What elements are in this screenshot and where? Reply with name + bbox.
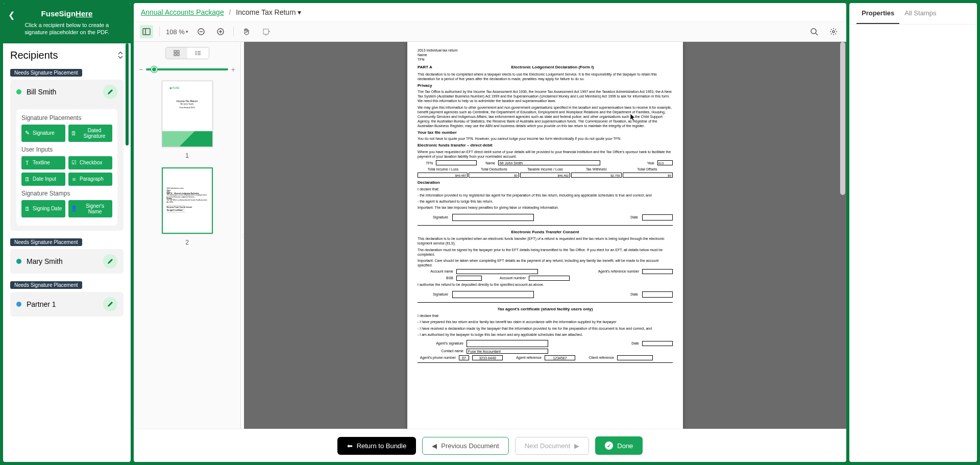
- signature-tool-button[interactable]: ✎Signature: [21, 125, 65, 142]
- brand-name-a: FuseSign: [41, 9, 76, 18]
- date-label: Date: [623, 215, 638, 219]
- needs-placement-badge: Needs Signature Placement: [10, 238, 82, 246]
- search-icon[interactable]: [807, 25, 821, 38]
- svg-rect-15: [174, 54, 176, 56]
- signing-date-label: Signing Date: [33, 206, 62, 211]
- date-stamp-icon: 🗓: [23, 205, 31, 212]
- field-value: 07: [459, 355, 469, 360]
- svg-point-12: [832, 31, 835, 33]
- sidebar-toggle-icon[interactable]: [140, 25, 153, 38]
- collapse-icon[interactable]: [117, 52, 124, 59]
- edit-recipient-button[interactable]: [103, 254, 117, 268]
- total-label: Taxable Income / Loss: [520, 167, 571, 172]
- recipient-dot-icon: [16, 89, 21, 94]
- thumb-size-minus[interactable]: −: [139, 65, 143, 74]
- total-value: $2,756: [571, 173, 621, 178]
- pdf-text: Important: The tax law imposes heavy pen…: [418, 205, 673, 210]
- person-icon: 👤: [70, 205, 78, 212]
- tfn-heading: Your tax file number: [418, 130, 673, 135]
- recipient-name: Mary Smith: [27, 257, 98, 265]
- tab-all-stamps[interactable]: All Stamps: [899, 3, 941, 24]
- page-view[interactable]: 2013 Individual tax return Name TFN PART…: [244, 42, 846, 429]
- grid-view-icon[interactable]: [166, 47, 187, 59]
- svg-rect-16: [177, 54, 179, 56]
- recipient-card-partner[interactable]: Partner 1: [10, 292, 124, 316]
- brand-subtitle: Click a recipient below to create a sign…: [7, 21, 127, 36]
- pdf-text: The Tax Office is authorised by the Inco…: [418, 89, 673, 103]
- declaration-heading: Declaration: [418, 180, 673, 185]
- signing-date-tool-button[interactable]: 🗓Signing Date: [21, 200, 65, 217]
- pdf-text: This declaration is to be completed when…: [418, 236, 673, 246]
- total-value: $0: [623, 173, 673, 178]
- field-label: Client reference: [578, 355, 614, 360]
- signers-name-label: Signer's Name: [80, 203, 110, 214]
- svg-point-21: [195, 54, 197, 55]
- svg-rect-7: [263, 29, 268, 34]
- brand-title: FuseSignHere: [41, 9, 93, 18]
- pdf-text: The declaration must be signed by the ta…: [418, 248, 673, 257]
- thumbnail-panel: − + ▣ FUSE Income Tax Return Mr John Smi…: [134, 42, 241, 429]
- date-label: Date: [624, 341, 639, 346]
- paragraph-tool-button[interactable]: ≡Paragraph: [68, 173, 112, 186]
- pdf-text: - I am authorised by the taxpayer to lod…: [418, 332, 673, 337]
- svg-rect-0: [143, 29, 150, 35]
- section-signature-label: Signature Placements: [21, 114, 112, 121]
- dated-signature-tool-button[interactable]: 🗓Dated Signature: [68, 125, 112, 142]
- zoom-out-icon[interactable]: [194, 25, 208, 38]
- view-toggle: [165, 47, 209, 59]
- page-thumbnail-2[interactable]: 2013 Individual tax returnNameTFNPART A …: [162, 167, 213, 234]
- select-tool-icon[interactable]: [259, 25, 273, 38]
- pdf-text: You do not have to quote your TFN. Howev…: [418, 136, 673, 141]
- total-label: Total Income / Loss: [418, 167, 469, 172]
- field-value: Fuse the Accountant: [467, 349, 548, 354]
- total-label: Total Deductions: [469, 167, 520, 172]
- page-thumbnail-1[interactable]: ▣ FUSE Income Tax Return Mr John Smith Y…: [162, 81, 213, 147]
- date-label: Date: [623, 292, 638, 297]
- part-a-label: PART A: [418, 65, 432, 70]
- breadcrumb-parent[interactable]: Annual Accounts Package: [141, 8, 224, 16]
- tax-agent-title: Tax agent's certificate (shared facility…: [418, 307, 673, 312]
- recipient-name: Partner 1: [27, 300, 98, 308]
- textline-tool-button[interactable]: TTextline: [21, 156, 65, 169]
- next-document-button: Next Document ▶: [515, 437, 590, 455]
- back-arrow-icon[interactable]: ❮: [8, 10, 15, 20]
- date-box: [642, 291, 673, 298]
- hand-tool-icon[interactable]: [240, 25, 253, 38]
- breadcrumb-current-dropdown[interactable]: Income Tax Return ▾: [236, 8, 301, 16]
- gear-icon[interactable]: [827, 25, 840, 38]
- recipient-card-mary[interactable]: Mary Smith: [10, 249, 124, 274]
- total-label: Tax Withheld: [571, 167, 622, 172]
- previous-document-button[interactable]: ◀ Previous Document: [422, 437, 508, 455]
- thumb-size-plus[interactable]: +: [231, 65, 235, 74]
- signers-name-tool-button[interactable]: 👤Signer's Name: [68, 200, 112, 217]
- pdf-name-label: Name: [418, 53, 673, 57]
- signature-label: Signature: [418, 215, 448, 219]
- pdf-text: This declaration is to be completed wher…: [418, 72, 673, 81]
- recipient-card-bill[interactable]: Bill Smith Signature Placements ✎Signatu…: [10, 80, 124, 231]
- done-label: Done: [617, 442, 633, 450]
- done-button[interactable]: ✓ Done: [595, 436, 643, 455]
- checkbox-tool-button[interactable]: ☑Checkbox: [68, 156, 112, 169]
- needs-placement-badge: Needs Signature Placement: [10, 281, 82, 289]
- thumb-number: 2: [185, 239, 189, 246]
- field-label: TFN: [418, 161, 433, 165]
- date-input-tool-button[interactable]: 🗓Date Input: [21, 173, 65, 186]
- signature-label: Signature: [418, 292, 448, 297]
- zoom-dropdown[interactable]: 108 % ▾: [166, 28, 188, 36]
- brand-header: ❮ FuseSignHere Click a recipient below t…: [3, 3, 131, 43]
- svg-point-10: [811, 29, 816, 34]
- list-view-icon[interactable]: [187, 47, 209, 59]
- field-value: Mr John Smith: [498, 160, 600, 165]
- return-arrow-icon: ⬅: [347, 442, 353, 450]
- return-to-bundle-button[interactable]: ⬅ Return to Bundle: [337, 437, 416, 455]
- bottom-bar: ⬅ Return to Bundle ◀ Previous Document N…: [134, 429, 846, 462]
- signature-box: [452, 291, 534, 298]
- prev-label: Previous Document: [441, 442, 499, 450]
- tab-properties[interactable]: Properties: [856, 3, 899, 24]
- zoom-in-icon[interactable]: [214, 25, 227, 38]
- thumb-size-slider[interactable]: [146, 68, 228, 70]
- svg-point-17: [195, 51, 197, 52]
- field-label: Contact name: [418, 349, 463, 353]
- edit-recipient-button[interactable]: [103, 297, 117, 311]
- edit-recipient-button[interactable]: [103, 85, 117, 99]
